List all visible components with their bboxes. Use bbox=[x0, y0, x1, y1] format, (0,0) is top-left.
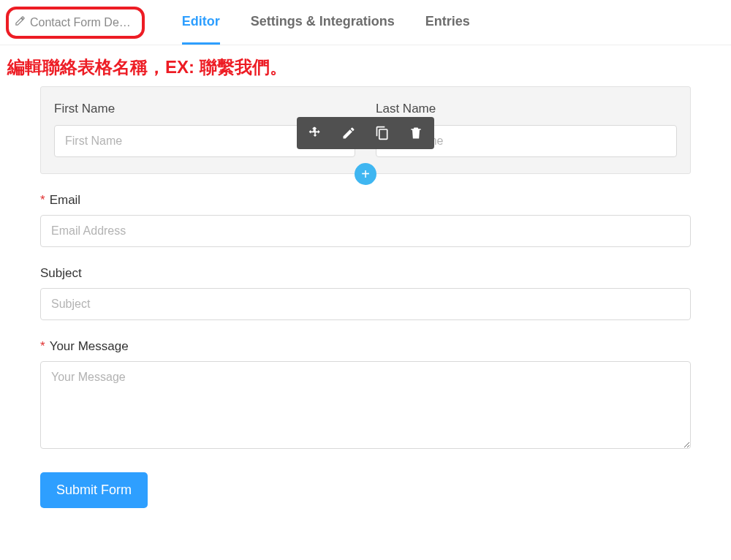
form-title-edit[interactable]: Contact Form De… bbox=[7, 12, 138, 32]
tab-editor[interactable]: Editor bbox=[182, 0, 220, 45]
first-name-label: First Name bbox=[54, 102, 355, 116]
email-field-block: *Email bbox=[40, 193, 691, 247]
element-action-toolbar bbox=[297, 117, 434, 149]
delete-icon[interactable] bbox=[402, 121, 430, 145]
last-name-label: Last Name bbox=[376, 102, 677, 116]
required-mark: * bbox=[40, 193, 45, 207]
subject-input[interactable] bbox=[40, 288, 691, 320]
subject-label: Subject bbox=[40, 266, 691, 281]
edit-icon[interactable] bbox=[335, 121, 363, 145]
message-textarea[interactable] bbox=[40, 361, 691, 449]
required-mark: * bbox=[40, 339, 45, 353]
tab-settings-integrations[interactable]: Settings & Integrations bbox=[251, 0, 395, 45]
message-label-row: *Your Message bbox=[40, 339, 691, 354]
message-field-block: *Your Message bbox=[40, 339, 691, 452]
submit-button[interactable]: Submit Form bbox=[40, 472, 148, 508]
move-icon[interactable] bbox=[301, 121, 329, 145]
name-fields-group[interactable]: First Name Last Name + bbox=[40, 86, 691, 174]
email-label: Email bbox=[50, 193, 81, 207]
form-builder-canvas: First Name Last Name + bbox=[0, 86, 731, 530]
duplicate-icon[interactable] bbox=[368, 121, 396, 145]
form-title-text: Contact Form De… bbox=[30, 16, 131, 29]
tab-bar: Editor Settings & Integrations Entries bbox=[182, 0, 470, 45]
message-label: Your Message bbox=[50, 339, 129, 353]
top-bar: Contact Form De… Editor Settings & Integ… bbox=[0, 0, 731, 45]
email-label-row: *Email bbox=[40, 193, 691, 208]
subject-field-block: Subject bbox=[40, 266, 691, 320]
add-field-button[interactable]: + bbox=[355, 163, 376, 185]
tab-entries[interactable]: Entries bbox=[425, 0, 470, 45]
annotation-text: 編輯聯絡表格名稱，EX: 聯繫我們。 bbox=[0, 45, 731, 86]
email-input[interactable] bbox=[40, 215, 691, 247]
pencil-icon bbox=[15, 15, 26, 29]
